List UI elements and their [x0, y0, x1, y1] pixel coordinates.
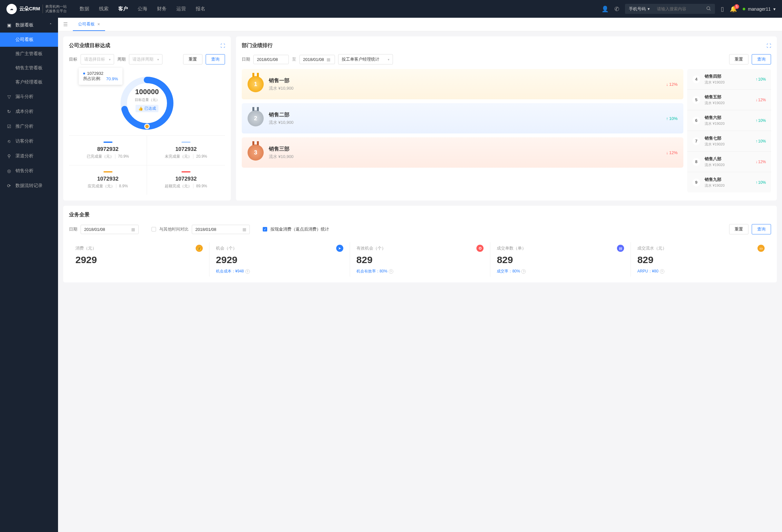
sidebar-item[interactable]: ◎销售分析: [0, 164, 58, 178]
topnav-item[interactable]: 运营: [176, 6, 186, 12]
expand-icon[interactable]: ⛶: [767, 43, 771, 48]
sidebar-item[interactable]: ⚲渠道分析: [0, 149, 58, 164]
calendar-icon: ▦: [131, 227, 135, 232]
date-separator: 至: [292, 57, 296, 62]
stat-meta: 超额完成（元）89.9%: [150, 183, 222, 189]
topnav-item[interactable]: 财务: [157, 6, 167, 12]
rank-number: 6: [692, 117, 700, 125]
sidebar-group-dashboard[interactable]: ▣ 数据看板 ˄: [0, 18, 58, 33]
topnav-item[interactable]: 客户: [118, 6, 128, 12]
help-icon[interactable]: ?: [245, 269, 250, 274]
cash-checkbox[interactable]: ✓: [263, 227, 267, 232]
rank-number: 9: [692, 179, 700, 186]
arrow-up-icon: ↑: [755, 118, 757, 123]
reset-button[interactable]: 重置: [183, 54, 203, 65]
metric-icon: ▤: [617, 245, 624, 252]
group-by-select[interactable]: 按工单客户经理统计▾: [338, 54, 393, 65]
date-from-input[interactable]: 2018/01/08: [253, 55, 289, 64]
help-icon[interactable]: ?: [660, 269, 664, 274]
visitor-icon: ⎋: [6, 139, 11, 144]
reset-button[interactable]: 重置: [729, 54, 748, 65]
rank-list-item[interactable]: 7 销售七部 流水 ¥19020 ↑10%: [687, 131, 771, 151]
chevron-down-icon: ▾: [109, 58, 111, 61]
chevron-down-icon: ▾: [157, 58, 159, 61]
arrow-down-icon: ↓: [666, 150, 668, 155]
stat-cell: 1072932 超额完成（元）89.9%: [147, 166, 225, 195]
rank-top-row[interactable]: 2 销售二部 流水 ¥10,900 ↑10%: [242, 103, 683, 134]
user-menu[interactable]: manager11 ▾: [743, 6, 776, 11]
metric-label: 消费（元）: [75, 245, 96, 251]
search-icon[interactable]: [702, 4, 715, 14]
date-compare-input[interactable]: 2018/01/08▦: [192, 225, 250, 234]
stat-bar-icon: [104, 171, 112, 173]
stat-value: 1072932: [72, 176, 143, 182]
logo[interactable]: ☁ 云朵CRM 教育机构一站 式服务云平台: [6, 4, 67, 14]
target-select[interactable]: 请选择目标▾: [80, 54, 114, 65]
help-icon[interactable]: ?: [389, 269, 393, 274]
svg-point-0: [707, 7, 710, 10]
stat-bar-icon: [181, 171, 190, 173]
rank-number: 5: [692, 96, 700, 104]
search-type-select[interactable]: 手机号码▾: [625, 4, 654, 14]
filter-label-target: 目标: [69, 57, 77, 62]
sidebar-subitem[interactable]: 客户经理看板: [0, 75, 58, 89]
topnav-item[interactable]: 数据: [80, 6, 89, 12]
arrow-down-icon: ↓: [666, 82, 668, 87]
period-select[interactable]: 请选择周期▾: [129, 54, 163, 65]
user-solid-icon[interactable]: 👤: [602, 5, 609, 12]
rank-delta: ↓12%: [755, 159, 766, 164]
help-icon[interactable]: ?: [521, 269, 526, 274]
sidebar-item[interactable]: ⟳数据流转记录: [0, 178, 58, 193]
tab-company-board[interactable]: 公司看板 ×: [73, 18, 105, 31]
sidebar: ▣ 数据看板 ˄ 公司看板推广主管看板销售主管看板客户经理看板 ▽漏斗分析↻成本…: [0, 18, 58, 532]
search-input[interactable]: [654, 4, 702, 13]
medal-icon: 1: [248, 76, 264, 92]
compare-label: 与其他时间对比: [159, 226, 188, 232]
topnav-item[interactable]: 线索: [99, 6, 109, 12]
bell-icon[interactable]: 🔔5: [730, 5, 737, 12]
card-title: 部门业绩排行: [242, 42, 273, 49]
search-box: 手机号码▾: [625, 4, 715, 14]
tabs-menu-icon[interactable]: ☰: [61, 21, 70, 27]
sidebar-item[interactable]: ☑推广分析: [0, 119, 58, 134]
metric-cell: 机会（个） ➤ 2929 机会成本：¥948 ?: [209, 242, 350, 277]
metric-icon: ✪: [476, 245, 484, 252]
mobile-icon[interactable]: ▯: [721, 5, 724, 12]
rank-list-item[interactable]: 6 销售六部 流水 ¥19020 ↑10%: [687, 110, 771, 131]
rank-top-row[interactable]: 3 销售三部 流水 ¥10,900 ↓12%: [242, 137, 683, 168]
metric-sub: 成交率：80% ?: [497, 269, 624, 274]
rank-list-item[interactable]: 5 销售五部 流水 ¥19020 ↓12%: [687, 90, 771, 110]
metric-cell: 消费（元） 💰 2929: [69, 242, 209, 277]
dashboard-icon: ▣: [6, 23, 11, 28]
rank-delta: ↑10%: [755, 118, 766, 123]
sidebar-item[interactable]: ↻成本分析: [0, 104, 58, 119]
cost-icon: ↻: [6, 109, 11, 114]
topnav-item[interactable]: 报名: [196, 6, 205, 12]
filter-label-date: 日期: [242, 57, 250, 62]
rank-number: 8: [692, 158, 700, 166]
sidebar-item[interactable]: ▽漏斗分析: [0, 89, 58, 104]
expand-icon[interactable]: ⛶: [220, 43, 225, 48]
rank-list-item[interactable]: 9 销售九部 流水 ¥19020 ↑10%: [687, 172, 771, 192]
query-button[interactable]: 查询: [752, 224, 771, 235]
compare-checkbox[interactable]: [151, 227, 156, 232]
rank-list-item[interactable]: 8 销售八部 流水 ¥19020 ↓12%: [687, 151, 771, 172]
query-button[interactable]: 查询: [206, 54, 225, 65]
topnav-item[interactable]: 公海: [138, 6, 147, 12]
sidebar-subitem[interactable]: 销售主管看板: [0, 61, 58, 75]
metric-sub: ARPU：¥80 ?: [637, 269, 765, 274]
rank-info: 销售一部 流水 ¥10,900: [269, 77, 294, 91]
close-icon[interactable]: ×: [97, 22, 100, 27]
date-input[interactable]: 2018/01/08▦: [80, 225, 139, 234]
rank-list-item[interactable]: 4 销售四部 流水 ¥19020 ↑10%: [687, 69, 771, 90]
rank-delta: ↑10%: [666, 116, 678, 121]
rank-top-row[interactable]: 1 销售一部 流水 ¥10,900 ↓12%: [242, 69, 683, 99]
phone-icon[interactable]: ✆: [614, 5, 619, 12]
sidebar-subitem[interactable]: 推广主管看板: [0, 47, 58, 61]
date-to-input[interactable]: 2018/01/08▦: [299, 55, 335, 64]
query-button[interactable]: 查询: [752, 54, 771, 65]
sidebar-item[interactable]: ⎋访客分析: [0, 134, 58, 149]
reset-button[interactable]: 重置: [729, 224, 748, 235]
svg-point-4: [145, 124, 149, 129]
sidebar-subitem[interactable]: 公司看板: [0, 33, 58, 47]
